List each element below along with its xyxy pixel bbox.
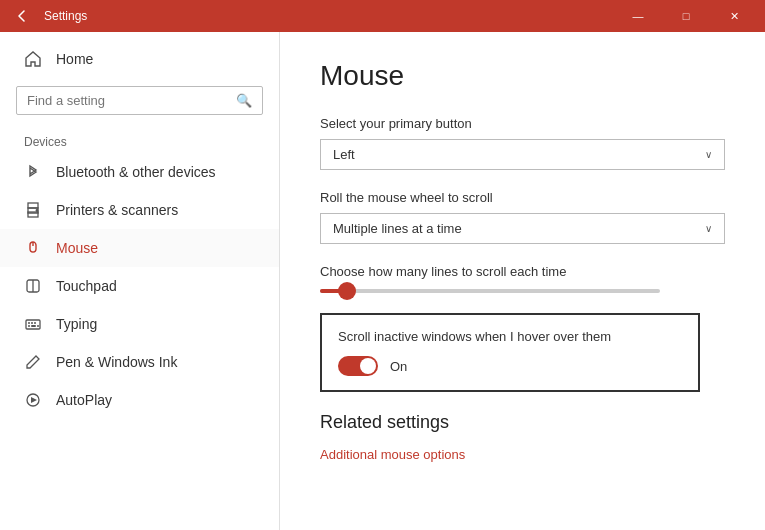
pen-label: Pen & Windows Ink <box>56 354 177 370</box>
sidebar-item-typing[interactable]: Typing <box>0 305 279 343</box>
autoplay-label: AutoPlay <box>56 392 112 408</box>
scroll-inactive-toggle[interactable] <box>338 356 378 376</box>
close-button[interactable]: ✕ <box>711 0 757 32</box>
scroll-wheel-label: Roll the mouse wheel to scroll <box>320 190 725 205</box>
maximize-button[interactable]: □ <box>663 0 709 32</box>
slider-track <box>320 289 660 293</box>
scroll-wheel-value: Multiple lines at a time <box>333 221 462 236</box>
sidebar-item-bluetooth[interactable]: Bluetooth & other devices <box>0 153 279 191</box>
window-controls: — □ ✕ <box>615 0 757 32</box>
printers-label: Printers & scanners <box>56 202 178 218</box>
back-button[interactable] <box>8 2 36 30</box>
scroll-lines-slider[interactable] <box>320 289 725 293</box>
svg-rect-0 <box>28 203 38 208</box>
typing-icon <box>24 315 42 333</box>
svg-rect-7 <box>26 320 40 329</box>
content-area: Mouse Select your primary button Left ∨ … <box>280 32 765 530</box>
toggle-knob <box>360 358 376 374</box>
home-label: Home <box>56 51 93 67</box>
sidebar-item-printers[interactable]: Printers & scanners <box>0 191 279 229</box>
mouse-label: Mouse <box>56 240 98 256</box>
typing-label: Typing <box>56 316 97 332</box>
primary-button-label: Select your primary button <box>320 116 725 131</box>
sidebar-item-pen[interactable]: Pen & Windows Ink <box>0 343 279 381</box>
search-input[interactable] <box>27 93 228 108</box>
window-title: Settings <box>44 9 615 23</box>
home-icon <box>24 50 42 68</box>
toggle-status: On <box>390 359 407 374</box>
search-box[interactable]: 🔍 <box>16 86 263 115</box>
toggle-row: On <box>338 356 682 376</box>
search-icon: 🔍 <box>236 93 252 108</box>
title-bar: Settings — □ ✕ <box>0 0 765 32</box>
additional-mouse-options-link[interactable]: Additional mouse options <box>320 447 465 462</box>
autoplay-icon <box>24 391 42 409</box>
svg-marker-15 <box>31 397 37 403</box>
primary-button-value: Left <box>333 147 355 162</box>
scroll-wheel-chevron: ∨ <box>705 223 712 234</box>
scroll-lines-label: Choose how many lines to scroll each tim… <box>320 264 725 279</box>
scroll-inactive-label: Scroll inactive windows when I hover ove… <box>338 329 682 344</box>
sidebar: Home 🔍 Devices Bluetooth & other devices <box>0 32 280 530</box>
scroll-wheel-dropdown[interactable]: Multiple lines at a time ∨ <box>320 213 725 244</box>
primary-button-dropdown[interactable]: Left ∨ <box>320 139 725 170</box>
scroll-inactive-box: Scroll inactive windows when I hover ove… <box>320 313 700 392</box>
svg-point-2 <box>36 210 38 212</box>
main-layout: Home 🔍 Devices Bluetooth & other devices <box>0 32 765 530</box>
touchpad-label: Touchpad <box>56 278 117 294</box>
bluetooth-icon <box>24 163 42 181</box>
sidebar-item-autoplay[interactable]: AutoPlay <box>0 381 279 419</box>
page-title: Mouse <box>320 60 725 92</box>
minimize-button[interactable]: — <box>615 0 661 32</box>
slider-thumb[interactable] <box>338 282 356 300</box>
printer-icon <box>24 201 42 219</box>
primary-button-chevron: ∨ <box>705 149 712 160</box>
mouse-icon <box>24 239 42 257</box>
pen-icon <box>24 353 42 371</box>
sidebar-item-mouse[interactable]: Mouse <box>0 229 279 267</box>
sidebar-item-touchpad[interactable]: Touchpad <box>0 267 279 305</box>
related-settings-title: Related settings <box>320 412 725 433</box>
sidebar-item-home[interactable]: Home <box>0 40 279 78</box>
bluetooth-label: Bluetooth & other devices <box>56 164 216 180</box>
touchpad-icon <box>24 277 42 295</box>
sidebar-section-devices: Devices <box>0 123 279 153</box>
